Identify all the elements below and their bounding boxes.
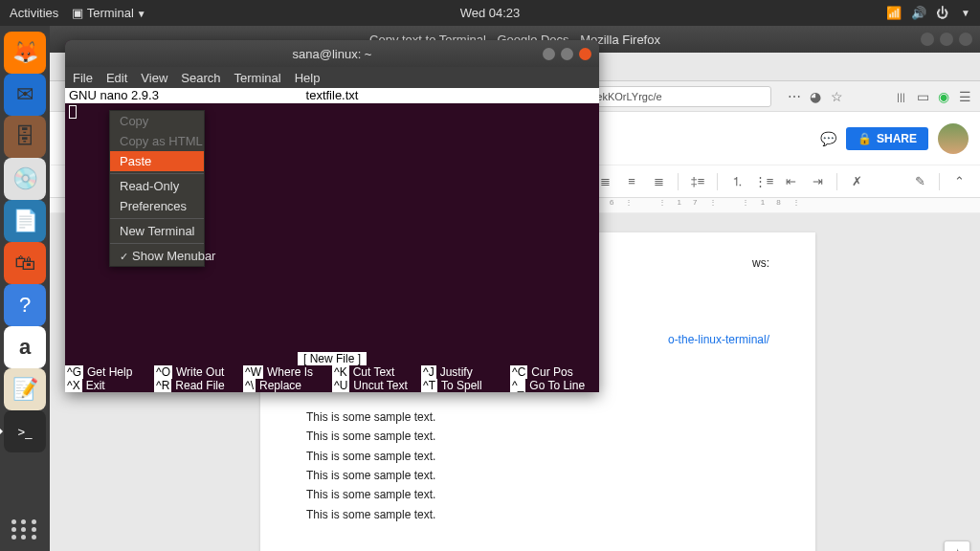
menu-search[interactable]: Search: [181, 71, 220, 85]
user-avatar[interactable]: [938, 123, 969, 154]
launcher-thunderbird[interactable]: ✉: [4, 74, 46, 116]
terminal-titlebar[interactable]: sana@linux: ~: [65, 40, 599, 67]
nano-shortcut: ^\Replace: [243, 379, 332, 392]
ctx-new-terminal[interactable]: New Terminal: [110, 221, 204, 241]
ctx-show-menubar[interactable]: Show Menubar: [110, 246, 204, 266]
maximize-button[interactable]: [561, 48, 573, 60]
ctx-read-only[interactable]: Read-Only: [110, 176, 204, 196]
decrease-indent-button[interactable]: ⇤: [781, 172, 800, 191]
lock-icon: 🔒: [858, 132, 872, 145]
nano-status: [ New File ]: [298, 352, 367, 365]
divider: [110, 218, 204, 219]
text-cursor: [69, 105, 77, 119]
maximize-button[interactable]: [940, 33, 953, 46]
reader-icon[interactable]: ▭: [915, 89, 930, 104]
nano-shortcut: ^JJustify: [421, 365, 510, 379]
nano-shortcut: ^OWrite Out: [154, 365, 243, 379]
nano-shortcut: ^CCur Pos: [510, 365, 599, 379]
editing-mode-button[interactable]: ✎: [910, 172, 929, 191]
nano-footer: [ New File ] ^GGet Help^OWrite Out^WWher…: [65, 352, 599, 392]
wifi-icon[interactable]: 📶: [886, 6, 902, 20]
nano-shortcut: ^KCut Text: [332, 365, 421, 379]
launcher-firefox[interactable]: 🦊: [4, 32, 46, 74]
show-applications-button[interactable]: [11, 519, 38, 540]
document-line: This is some sample text.: [306, 466, 769, 485]
gnome-top-panel: Activities ▣ Terminal▼ Wed 04:23 📶 🔊 ⏻ ▼: [0, 0, 980, 26]
close-button[interactable]: [579, 48, 591, 60]
menu-help[interactable]: Help: [295, 71, 321, 85]
share-button[interactable]: 🔒 SHARE: [846, 127, 928, 150]
document-line: This is some sample text.: [306, 408, 769, 427]
launcher-amazon[interactable]: a: [4, 326, 46, 368]
clock[interactable]: Wed 04:23: [460, 6, 521, 20]
bulleted-list-button[interactable]: ⋮≡: [754, 172, 773, 191]
line-spacing-button[interactable]: ‡≡: [688, 172, 707, 191]
menu-terminal[interactable]: Terminal: [234, 71, 281, 85]
divider: [110, 243, 204, 244]
comment-icon[interactable]: 💬: [821, 131, 836, 146]
system-menu-dropdown[interactable]: ▼: [961, 8, 970, 18]
document-line: This is some sample text.: [306, 505, 769, 524]
launcher-software[interactable]: 🛍: [4, 242, 46, 284]
close-button[interactable]: [959, 33, 972, 46]
collapse-toolbar-button[interactable]: ⌃: [949, 172, 969, 191]
document-line: This is some sample text.: [306, 427, 769, 446]
align-justify-button[interactable]: ≣: [649, 172, 668, 191]
launcher-help[interactable]: ?: [4, 284, 46, 326]
page-actions-icon[interactable]: ⋯: [787, 89, 802, 104]
launcher-files[interactable]: 🗄: [4, 116, 46, 158]
nano-shortcut: ^RRead File: [154, 379, 243, 392]
nano-titlebar: GNU nano 2.9.3 textfile.txt: [65, 88, 599, 103]
library-icon[interactable]: ⫼: [894, 89, 909, 104]
ctx-copy-as-html: Copy as HTML: [110, 131, 204, 151]
ctx-preferences[interactable]: Preferences: [110, 196, 204, 216]
ubuntu-dock: 🦊✉🗄💿📄🛍?a📝>_: [0, 26, 50, 551]
nano-shortcut: ^XExit: [65, 379, 154, 392]
launcher-terminal[interactable]: >_: [4, 410, 46, 452]
align-right-button[interactable]: ≡: [622, 172, 641, 191]
nano-filename: textfile.txt: [306, 88, 359, 102]
explore-button[interactable]: ✦: [944, 540, 970, 551]
power-icon[interactable]: ⏻: [936, 6, 948, 20]
ctx-copy: Copy: [110, 111, 204, 131]
terminal-title: sana@linux: ~: [293, 47, 372, 61]
menu-edit[interactable]: Edit: [106, 71, 127, 85]
extension-icon[interactable]: ◉: [936, 89, 951, 104]
nano-shortcut: ^UUncut Text: [332, 379, 421, 392]
minimize-button[interactable]: [543, 48, 555, 60]
launcher-text-editor[interactable]: 📝: [4, 368, 46, 410]
nano-shortcut: ^WWhere Is: [243, 365, 332, 379]
pocket-icon[interactable]: ◕: [808, 89, 823, 104]
document-line: This is some sample text.: [306, 485, 769, 504]
launcher-rhythmbox[interactable]: 💿: [4, 158, 46, 200]
increase-indent-button[interactable]: ⇥: [808, 172, 827, 191]
menu-icon[interactable]: ☰: [957, 89, 972, 104]
nano-version: GNU nano 2.9.3: [69, 88, 159, 103]
terminal-context-menu: Copy Copy as HTML Paste Read-Only Prefer…: [109, 110, 205, 267]
terminal-menubar: FileEditViewSearchTerminalHelp: [65, 67, 599, 88]
ctx-paste[interactable]: Paste: [110, 151, 204, 171]
numbered-list-button[interactable]: ⒈: [727, 172, 746, 191]
nano-shortcut: ^GGet Help: [65, 365, 154, 379]
app-menu[interactable]: ▣ Terminal▼: [72, 6, 145, 20]
nano-shortcut: ^TTo Spell: [421, 379, 510, 392]
terminal-icon: ▣: [72, 6, 83, 20]
divider: [110, 173, 204, 174]
volume-icon[interactable]: 🔊: [911, 6, 926, 20]
menu-file[interactable]: File: [73, 71, 93, 85]
activities-button[interactable]: Activities: [10, 6, 58, 20]
bookmark-star-icon[interactable]: ☆: [829, 89, 844, 104]
minimize-button[interactable]: [921, 33, 934, 46]
nano-shortcut: ^_Go To Line: [510, 379, 599, 392]
document-line: This is some sample text.: [306, 447, 769, 466]
clear-formatting-button[interactable]: ✗: [847, 172, 866, 191]
menu-view[interactable]: View: [141, 71, 167, 85]
launcher-libreoffice-writer[interactable]: 📄: [4, 200, 46, 242]
